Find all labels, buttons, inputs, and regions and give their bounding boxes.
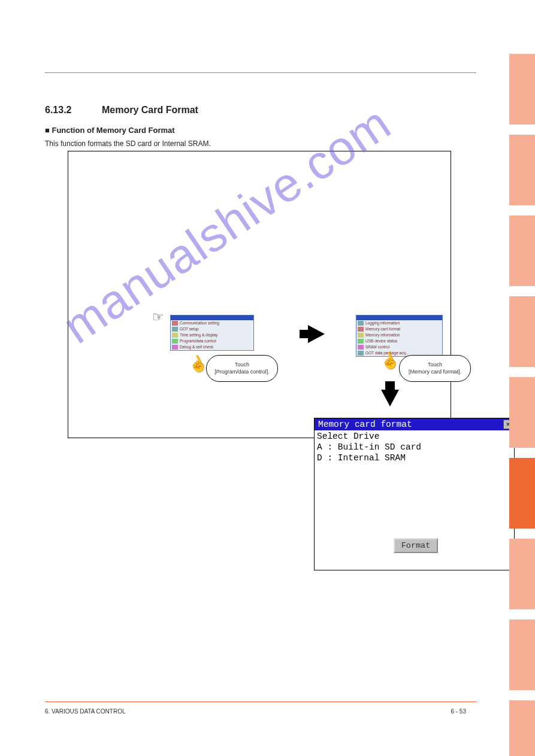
dialog-titlebar: Memory card format <box>315 418 514 430</box>
bubble-text: Touch <box>211 362 273 368</box>
format-button[interactable]: Format <box>394 538 438 553</box>
pointing-hand-icon: ☞ <box>152 309 164 325</box>
section-number: 6.13.2 <box>45 105 71 116</box>
arrow-down-icon <box>381 390 399 406</box>
arrow-right-icon <box>308 325 325 343</box>
subheading-description: This function formats the SD card or Int… <box>45 139 211 148</box>
side-tab[interactable] <box>509 700 535 756</box>
dialog-title-text: Memory card format <box>318 420 412 429</box>
side-tab[interactable] <box>509 215 535 286</box>
menu2-item: Logging information <box>365 320 400 326</box>
memory-card-format-dialog: Memory card format × Select Drive A : Bu… <box>314 418 515 570</box>
bubble-text: [Program/data control]. <box>211 369 273 375</box>
subheading-function: ■ Function of Memory Card Format <box>45 126 175 135</box>
menu1-item: Time setting & display <box>180 332 217 338</box>
menu1-item: Debug & self check <box>180 344 213 350</box>
menu2-item: GOT data package acq... <box>365 350 409 356</box>
select-drive-label: Select Drive <box>317 431 512 442</box>
menu2-item: Memory card format <box>365 326 400 332</box>
bubble-text: Touch <box>404 362 466 368</box>
bubble-text: [Memory card format]. <box>404 369 466 375</box>
side-tab-active[interactable] <box>509 458 535 529</box>
menu2-item: Memory information <box>365 332 400 338</box>
footer-rule <box>45 702 476 702</box>
section-title: Memory Card Format <box>102 105 198 116</box>
figure-container: ☞ Communication setting GOT setup Time s… <box>68 151 451 438</box>
menu1-item: GOT setup <box>180 326 199 332</box>
instruction-bubble-1: Touch [Program/data control]. <box>206 355 278 382</box>
menu1-item: Program/data control <box>180 338 216 344</box>
footer-right: 6 - 53 <box>451 708 466 715</box>
side-tab[interactable] <box>509 296 535 367</box>
drive-option-a[interactable]: A : Built-in SD card <box>317 442 512 453</box>
instruction-bubble-2: Touch [Memory card format]. <box>399 355 471 382</box>
footer-left: 6. VARIOUS DATA CONTROL <box>45 708 125 715</box>
header-rule <box>45 72 476 73</box>
side-tabs <box>509 54 535 756</box>
drive-option-d[interactable]: D : Internal SRAM <box>317 453 512 463</box>
side-tab[interactable] <box>509 135 535 205</box>
side-tab[interactable] <box>509 377 535 448</box>
menu1-item: Communication setting <box>180 320 219 326</box>
dialog-body: Select Drive A : Built-in SD card D : In… <box>315 430 514 463</box>
side-tab[interactable] <box>509 539 535 609</box>
side-tab[interactable] <box>509 54 535 125</box>
menu2-item: USB device status <box>365 338 397 344</box>
main-menu-screenshot: Communication setting GOT setup Time set… <box>170 315 254 351</box>
menu2-item: SRAM control <box>365 344 389 350</box>
side-tab[interactable] <box>509 620 535 690</box>
program-data-control-screenshot: Logging information Memory card format M… <box>356 315 443 357</box>
